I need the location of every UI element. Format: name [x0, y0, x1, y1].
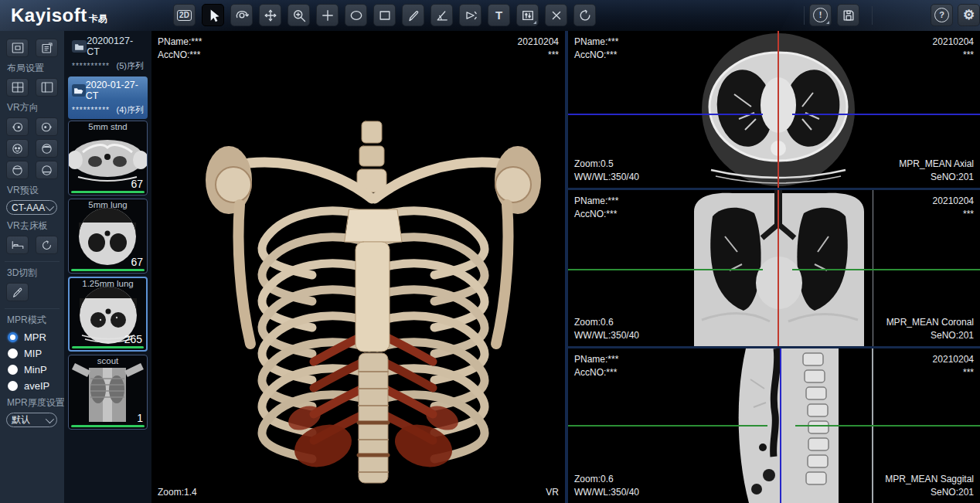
ellipse-tool-button[interactable]: [345, 4, 367, 26]
pan-tool-button[interactable]: [259, 4, 281, 26]
scalpel-icon: [11, 286, 24, 299]
ellipse-icon: [349, 8, 364, 23]
measure-tool-button[interactable]: [402, 4, 424, 26]
patient-id-masked: **********: [72, 106, 110, 114]
sidebar-divider: [5, 261, 60, 262]
cobb-angle-icon: [463, 8, 478, 23]
accno-text: AccNO:***: [158, 49, 202, 62]
vr-view-left-button[interactable]: [6, 117, 29, 136]
wwwl-text: WW/WL:350/40: [574, 329, 639, 342]
pointer-tool-button[interactable]: [202, 4, 224, 26]
mpr-mode-option-aveip[interactable]: aveIP: [6, 380, 58, 392]
settings-button[interactable]: ⚙: [958, 4, 980, 26]
reset-view-button[interactable]: [573, 4, 596, 26]
pname-text: PName:***: [574, 353, 618, 366]
head-back-icon: [40, 142, 53, 155]
sagittal-crosshair-horizontal-left[interactable]: [568, 425, 767, 427]
sagittal-crosshair-vertical[interactable]: [780, 348, 781, 503]
study-group-1[interactable]: 20200127-CT ********** (5)序列: [68, 32, 148, 75]
window-level-tool-button[interactable]: [516, 4, 539, 26]
layout-report-button[interactable]: [36, 39, 58, 57]
mode-text: MPR_MEAN Coronal: [886, 316, 974, 329]
load-progress-bar: [71, 425, 145, 427]
axial-patient-info: PName:*** AccNO:***: [574, 36, 618, 62]
pname-text: PName:***: [158, 36, 202, 49]
text-icon: T: [495, 9, 502, 21]
mpr-mode-option-mip[interactable]: MIP: [6, 348, 58, 359]
coronal-study-info: 20210204 ***: [933, 195, 974, 221]
help-button[interactable]: ?: [931, 4, 953, 26]
series-count: (5)序列: [117, 60, 144, 72]
cut3d-knife-button[interactable]: [6, 283, 29, 301]
coronal-crosshair-vertical[interactable]: [778, 190, 779, 346]
help-icon: ?: [934, 8, 949, 22]
series-thumbnail-5mm-lung[interactable]: 5mm lung 67: [68, 199, 148, 274]
series-thumbnail-5mm-stnd[interactable]: 5mm stnd 67: [68, 121, 148, 195]
delete-annotation-button[interactable]: [545, 4, 567, 26]
axial-bottom-left: Zoom:0.5 WW/WL:350/40: [574, 158, 639, 184]
toolbar-divider: [804, 6, 805, 25]
mpr-mode-option-mpr[interactable]: MPR: [6, 331, 58, 343]
crosshair-icon: [320, 8, 335, 23]
coronal-crosshair-horizontal-left[interactable]: [568, 269, 763, 270]
rectangle-tool-button[interactable]: [373, 4, 396, 26]
thumbnail-label: 1.25mm lung: [70, 279, 146, 288]
thumbnail-image-count: 1: [137, 412, 143, 424]
save-button[interactable]: [837, 4, 859, 26]
report-info-button[interactable]: !: [809, 4, 832, 26]
axial-crosshair-horizontal-right[interactable]: [792, 114, 980, 115]
mpr-mode-label: MPR模式: [7, 314, 58, 327]
layout-grid-button[interactable]: [6, 78, 29, 97]
layout-split-icon: [40, 81, 54, 93]
layout-split-button[interactable]: [36, 78, 58, 97]
vr-view-inferior-button[interactable]: [36, 161, 58, 179]
locate-tool-button[interactable]: [316, 4, 339, 26]
layout-section-label: 布局设置: [7, 62, 58, 75]
vr-view-anterior-button[interactable]: [6, 139, 29, 158]
close-icon: [549, 8, 564, 23]
vr-preset-select[interactable]: CT-AAA: [6, 200, 57, 215]
head-left-icon: [11, 121, 24, 134]
axial-crosshair-vertical[interactable]: [778, 31, 779, 188]
series-thumbnail-scout[interactable]: scout 1: [68, 355, 148, 430]
radio-icon: [8, 365, 18, 375]
sagittal-crosshair-horizontal-right[interactable]: [795, 425, 980, 427]
seno-text: SeNO:201: [899, 171, 974, 184]
bed-reset-button[interactable]: [36, 236, 58, 254]
study-date-text: 20210204: [933, 353, 974, 366]
text-tool-button[interactable]: T: [488, 4, 510, 26]
minp-option-label: MinP: [24, 364, 47, 376]
vr-viewport[interactable]: PName:*** AccNO:*** 20210204 *** Zoom:1.…: [151, 31, 565, 503]
series-thumbnail-1-25mm-lung-selected[interactable]: 1.25mm lung 265: [68, 277, 148, 352]
mpr-mode-option-minp[interactable]: MinP: [6, 364, 58, 376]
aveip-option-label: aveIP: [24, 380, 49, 392]
vr-preset-label: VR预设: [7, 184, 58, 197]
mpr-option-label: MPR: [24, 331, 46, 343]
tool-2d-button[interactable]: 2D: [173, 4, 196, 26]
toolbar-divider-2: [872, 6, 873, 25]
vr-view-right-button[interactable]: [36, 117, 58, 136]
vr-view-superior-button[interactable]: [6, 161, 29, 179]
mpr-axial-viewport[interactable]: PName:*** AccNO:*** 20210204 *** Zoom:0.…: [568, 31, 980, 188]
zoom-tool-button[interactable]: [288, 4, 310, 26]
layout-single-button[interactable]: [6, 39, 29, 57]
vr-mode-text: VR: [546, 486, 559, 499]
sagittal-bottom-right: MPR_MEAN Saggital SeNO:201: [885, 473, 974, 499]
rotate-3d-tool-button[interactable]: [230, 4, 253, 26]
remove-bed-button[interactable]: [6, 236, 29, 254]
accno-text: AccNO:***: [574, 366, 618, 379]
coronal-crosshair-horizontal-right[interactable]: [792, 269, 980, 270]
axial-crosshair-horizontal-left[interactable]: [568, 114, 763, 115]
angle-tool-button[interactable]: [430, 4, 453, 26]
vr-view-posterior-button[interactable]: [36, 139, 58, 158]
thickness-select[interactable]: 默认: [6, 413, 57, 427]
mpr-coronal-viewport[interactable]: PName:*** AccNO:*** 20210204 *** Zoom:0.…: [568, 190, 980, 346]
study-group-2-selected[interactable]: 2020-01-27-CT ********** (4)序列: [68, 76, 148, 119]
mpr-sagittal-viewport[interactable]: PName:*** AccNO:*** 20210204 *** Zoom:0.…: [568, 348, 980, 503]
thumbnail-scout-image: [69, 363, 147, 423]
cobb-angle-tool-button[interactable]: [459, 4, 481, 26]
app-logo: Kayisoft 卡易: [11, 5, 107, 26]
coronal-bottom-left: Zoom:0.6 WW/WL:350/40: [574, 316, 639, 342]
head-bottom-icon: [40, 164, 53, 177]
study-date: 2020-01-27-CT: [86, 80, 144, 101]
